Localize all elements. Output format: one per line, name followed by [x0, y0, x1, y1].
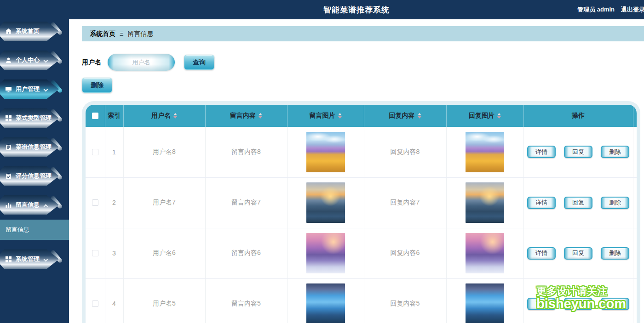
detail-button[interactable]: 详情 [527, 298, 556, 310]
select-all-checkbox[interactable] [92, 113, 98, 119]
messages-table-frame: 索引 用户名 留言内容 留言图片 回复内容 回复图片 操作 1 用户名8 [82, 101, 640, 323]
detail-button[interactable]: 详情 [527, 197, 556, 209]
search-form: 用户名 查询 [82, 54, 214, 71]
bar-chart-icon [5, 202, 12, 209]
message-image [306, 132, 345, 172]
table-row: 4 用户名5 留言内容5 回复内容5 详情 回复 删除 [86, 278, 637, 323]
username-input[interactable] [108, 54, 175, 71]
detail-button[interactable]: 详情 [527, 247, 556, 260]
sidebar-item-dish-type[interactable]: 菜式类型管理 [0, 108, 63, 128]
breadcrumb-separator-icon: Ξ [120, 30, 123, 37]
breadcrumb-home[interactable]: 系统首页 [90, 30, 115, 38]
message-image [306, 283, 345, 323]
sort-icon[interactable] [173, 113, 177, 119]
messages-table: 索引 用户名 留言内容 留言图片 回复内容 回复图片 操作 1 用户名8 [86, 105, 637, 323]
clipboard-icon [5, 144, 12, 151]
sidebar-item-messages[interactable]: 留言信息 [0, 195, 63, 215]
sidebar: 系统首页 个人中心 用户管理 菜式类型管理 [0, 0, 69, 323]
row-username: 用户名8 [123, 127, 205, 177]
row-checkbox[interactable] [92, 300, 98, 307]
sidebar-item-label: 用户管理 [16, 85, 40, 93]
row-checkbox[interactable] [92, 250, 98, 256]
table-row: 1 用户名8 留言内容8 回复内容8 详情 回复 删除 [86, 127, 637, 177]
sidebar-item-home[interactable]: 系统首页 [0, 22, 63, 41]
sort-icon[interactable] [338, 113, 342, 119]
column-header-username[interactable]: 用户名 [123, 105, 205, 127]
column-header-spacer [633, 105, 637, 127]
sidebar-item-label: 留言信息 [16, 201, 40, 209]
row-index: 4 [105, 278, 123, 323]
column-header-reply[interactable]: 回复内容 [364, 105, 446, 127]
select-all-header[interactable] [86, 105, 105, 127]
top-bar: 智能菜谱推荐系统 管理员 admin 退出登录 [0, 0, 644, 19]
grid-icon [5, 256, 12, 263]
row-username: 用户名6 [123, 228, 205, 278]
reply-button[interactable]: 回复 [564, 298, 592, 310]
sidebar-item-user-management[interactable]: 用户管理 [0, 79, 63, 99]
delete-button[interactable]: 删除 [601, 247, 629, 260]
logout-link[interactable]: 退出登录 [621, 6, 644, 14]
table-row: 2 用户名7 留言内容7 回复内容7 详情 回复 删除 [86, 177, 637, 228]
row-reply: 回复内容5 [364, 278, 446, 323]
row-message: 留言内容8 [205, 127, 287, 177]
delete-button[interactable]: 删除 [601, 298, 629, 310]
breadcrumb-current: 留言信息 [127, 30, 153, 38]
breadcrumb: 系统首页 Ξ 留言信息 [82, 26, 644, 41]
column-header-message-image[interactable]: 留言图片 [287, 105, 364, 127]
sort-icon[interactable] [497, 113, 501, 119]
monitor-icon [5, 86, 12, 93]
reply-button[interactable]: 回复 [564, 146, 592, 158]
message-image [306, 233, 345, 273]
username-input-wrapper [108, 54, 175, 71]
row-message: 留言内容7 [205, 177, 287, 228]
column-header-reply-image[interactable]: 回复图片 [446, 105, 523, 127]
bulk-delete-button[interactable]: 删除 [82, 78, 112, 93]
main-content: 系统首页 Ξ 留言信息 用户名 查询 删除 索引 [69, 19, 644, 323]
app-title: 智能菜谱推荐系统 [69, 0, 644, 19]
sidebar-item-system-management[interactable]: 系统管理 [0, 249, 63, 269]
row-reply: 回复内容7 [364, 177, 446, 228]
home-icon [5, 28, 12, 35]
column-header-message[interactable]: 留言内容 [205, 105, 287, 127]
row-reply: 回复内容6 [364, 228, 446, 278]
reply-image [466, 132, 504, 172]
sort-icon[interactable] [259, 113, 262, 119]
submenu-label: 留言信息 [6, 226, 29, 234]
reply-image [466, 283, 504, 323]
table-row: 3 用户名6 留言内容6 回复内容6 详情 回复 删除 [86, 228, 637, 278]
sidebar-item-label: 个人中心 [16, 56, 40, 64]
user-icon [5, 57, 12, 64]
row-checkbox[interactable] [92, 199, 98, 206]
row-username: 用户名7 [123, 177, 205, 228]
table-header-row: 索引 用户名 留言内容 留言图片 回复内容 回复图片 操作 [86, 105, 637, 127]
sidebar-item-label: 系统首页 [16, 27, 40, 35]
sidebar-item-recipe-info[interactable]: 菜谱信息管理 [0, 137, 63, 157]
reply-image [466, 182, 504, 223]
reply-button[interactable]: 回复 [564, 247, 592, 260]
row-username: 用户名5 [123, 278, 205, 323]
sidebar-subitem-messages[interactable]: 留言信息 [0, 220, 69, 240]
row-index: 2 [105, 177, 123, 228]
delete-button[interactable]: 删除 [601, 146, 629, 158]
reply-button[interactable]: 回复 [564, 197, 592, 209]
message-image [306, 182, 345, 223]
sort-icon[interactable] [418, 113, 421, 119]
delete-button[interactable]: 删除 [601, 197, 629, 209]
search-field-label: 用户名 [82, 58, 101, 67]
column-header-actions: 操作 [523, 105, 633, 127]
detail-button[interactable]: 详情 [527, 146, 556, 158]
sidebar-item-profile[interactable]: 个人中心 [0, 51, 63, 70]
column-header-index: 索引 [105, 105, 123, 127]
logged-in-user: 管理员 admin [577, 6, 615, 14]
row-index: 3 [105, 228, 123, 278]
row-reply: 回复内容8 [364, 127, 446, 177]
row-index: 1 [105, 127, 123, 177]
query-button[interactable]: 查询 [184, 55, 214, 70]
row-checkbox[interactable] [92, 149, 98, 155]
row-message: 留言内容6 [205, 228, 287, 278]
sidebar-item-label: 系统管理 [16, 255, 40, 263]
sidebar-item-rating-info[interactable]: 评分信息管理 [0, 166, 63, 186]
clipboard-check-icon [5, 173, 12, 180]
row-message: 留言内容5 [205, 278, 287, 323]
page: 系统首页 个人中心 用户管理 菜式类型管理 [0, 0, 644, 323]
